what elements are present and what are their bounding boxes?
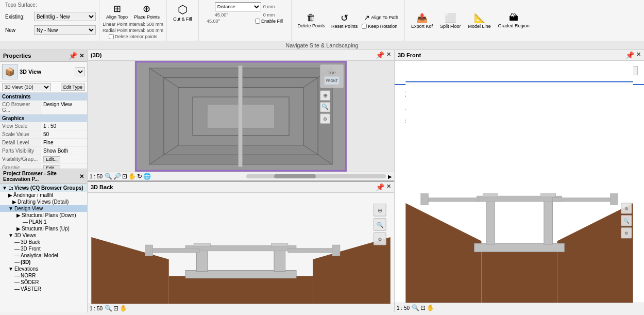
project-browser-close-icon[interactable]: ✕ [79,173,84,180]
3d-view-pin-icon[interactable]: 📌 [376,51,384,59]
tree-item-6[interactable]: ▼ 3D Views [0,232,87,239]
right-view-pin-icon[interactable]: 📌 [625,51,634,59]
keep-rotation-checkbox[interactable] [362,24,367,29]
svg-rect-38 [194,243,210,246]
view-scale-row: View Scale 1 : 50 [0,122,87,130]
zoom-fit-icon[interactable]: ⊡ [122,173,127,180]
tree-item-7[interactable]: — 3D Back [0,239,87,245]
zoom-out-icon[interactable]: 🔎 [113,173,121,180]
3d-view-content[interactable]: TOP FRONT ⊕ 🔍 ⚙ [88,61,394,172]
svg-rect-36 [149,248,199,253]
right-fit-icon[interactable]: ⊡ [420,304,426,311]
view-id-select[interactable]: 3D View: (3D) [2,83,51,91]
tree-item-14[interactable]: — VÄSTER [0,286,87,292]
graded-region-icon: 🏔 [509,12,518,23]
tree-item-8[interactable]: — 3D Front [0,245,87,252]
cq-browser-input[interactable] [43,102,85,107]
model-line-button[interactable]: 📐 Model Line [466,11,493,30]
tree-item-3[interactable]: ▶ Structural Plans (Down) [0,212,87,219]
right-view-content[interactable]: FRONT 2. OUTPUT - Topography cut with th… [395,61,644,303]
tree-item-13[interactable]: — SÖDER [0,279,87,286]
properties-close-icon[interactable]: ✕ [79,53,84,59]
item-label-8: 3D Front [21,246,41,252]
right-view-close-icon[interactable]: ✕ [636,51,641,59]
back-fit-icon[interactable]: ⊡ [113,305,118,312]
3d-orbit-icon[interactable]: 🌐 [143,173,151,180]
enable-fill-row: Enable Fill [255,19,283,24]
angle1-label: 45.00° [215,12,261,18]
back-view-pin-icon[interactable]: 📌 [376,183,384,191]
graphic-disp-button[interactable]: Edit... [43,165,60,169]
view-id-row: 3D View: (3D) Edit Type [0,82,87,93]
existing-label: Existing: [5,14,32,20]
tree-item-9[interactable]: — Analytical Model [0,252,87,259]
tree-item-11[interactable]: ▼ Elevations [0,266,87,272]
delete-reset-section: 🗑 Delete Points ↺ Reset Points ↗ Align T… [292,0,405,41]
delete-interior-checkbox[interactable] [109,34,114,39]
existing-select[interactable]: Befintlig - New [34,12,96,21]
footer-scrollbar[interactable] [246,174,386,178]
item-label-6: 3D Views [14,233,36,238]
align-to-path-icon: ↗ [364,13,370,22]
properties-pin-icon[interactable]: 📌 [69,52,77,60]
align-topo-button[interactable]: ⊞ Align Topo [104,2,130,21]
back-pan-icon[interactable]: ✋ [120,305,127,312]
parts-vis-label: Parts Visibility [0,147,41,155]
tree-item-0[interactable]: ▶ Ändringar i mallfil [0,192,87,198]
properties-panel: Properties 📌 ✕ 📦 3D View ▼ 3D View: [0,50,87,169]
split-floor-button[interactable]: ⬜ Split Floor [438,11,463,30]
tree-item-1[interactable]: ▶ Drafting Views (Detail) [0,198,87,205]
export-kof-label: Export Kof [411,24,433,29]
rotate-icon[interactable]: ↻ [137,173,142,180]
align-keep-group: ↗ Align To Path Keep Rotation [362,12,400,29]
split-floor-label: Split Floor [440,24,461,29]
tree-item-5[interactable]: ▶ Structural Plans (Up) [0,225,87,232]
vis-graph-row: Visibility/Grap... Edit... [0,155,87,164]
new-select[interactable]: Ny - New [34,25,96,35]
reset-points-icon: ↺ [341,12,348,24]
back-view-close-icon[interactable]: ✕ [386,183,391,191]
tree-item-10[interactable]: — (3D) [0,259,87,266]
footer-scrollbar-thumb [274,174,316,178]
cut-fill-button[interactable]: ⬡ Cut & Fill [171,2,194,23]
distance-select[interactable]: Distance [215,2,261,11]
right-zoom-icon[interactable]: 🔍 [412,304,419,311]
edit-type-button[interactable]: Edit Type [61,84,85,91]
3d-view-svg: TOP FRONT ⊕ 🔍 ⚙ [88,61,394,172]
tree-item-12[interactable]: — NORR [0,272,87,279]
back-view-content[interactable]: ⊕ 🔍 ⚙ [88,193,394,304]
right-pan-icon[interactable]: ✋ [427,304,434,311]
cut-fill-icon: ⬡ [178,3,188,16]
back-zoom-icon[interactable]: 🔍 [105,305,112,312]
view-type-select[interactable]: ▼ [75,67,85,76]
zoom-in-icon[interactable]: 🔍 [105,173,112,180]
radial-interval: Radial Point Interval: 500 mm [103,28,163,33]
graded-region-button[interactable]: 🏔 Graded Region [496,11,532,29]
back-view-title: 3D Back [91,184,113,190]
svg-rect-32 [274,248,285,272]
place-points-button[interactable]: ⊕ Place Points [132,2,162,21]
views-group-item[interactable]: ▼ 🗂 Views (CQ Browser Groups) [0,184,87,192]
left-panel: Properties 📌 ✕ 📦 3D View ▼ 3D View: [0,50,88,312]
pan-icon[interactable]: ✋ [128,173,136,180]
view-scale-label: View Scale [0,122,41,130]
align-to-path-button[interactable]: ↗ Align To Path [362,12,400,23]
vis-graph-button[interactable]: Edit... [43,156,60,162]
reset-points-button[interactable]: ↺ Reset Points [329,11,360,30]
graphic-disp-value: Edit... [41,164,87,169]
cq-browser-value [41,101,87,114]
item-label-0: Ändringar i mallfil [13,192,53,198]
expand-11: ▼ [8,266,13,272]
export-kof-icon: 📤 [416,12,428,24]
3d-view-close-icon[interactable]: ✕ [386,51,391,59]
export-kof-button[interactable]: 📤 Export Kof [409,11,435,30]
new-row: New Ny - New [5,25,96,35]
tree-item-4[interactable]: — PLAN 1 [0,219,87,225]
delete-points-button[interactable]: 🗑 Delete Points [296,11,328,29]
tree-item-2[interactable]: ▼ Design View [0,205,87,212]
item-icon-7: — [14,239,20,245]
view-close-icon[interactable]: ▶ [388,174,392,179]
svg-rect-7 [239,65,242,167]
enable-fill-checkbox[interactable] [255,19,260,24]
delete-interior-label: Delete interior points [115,34,158,39]
